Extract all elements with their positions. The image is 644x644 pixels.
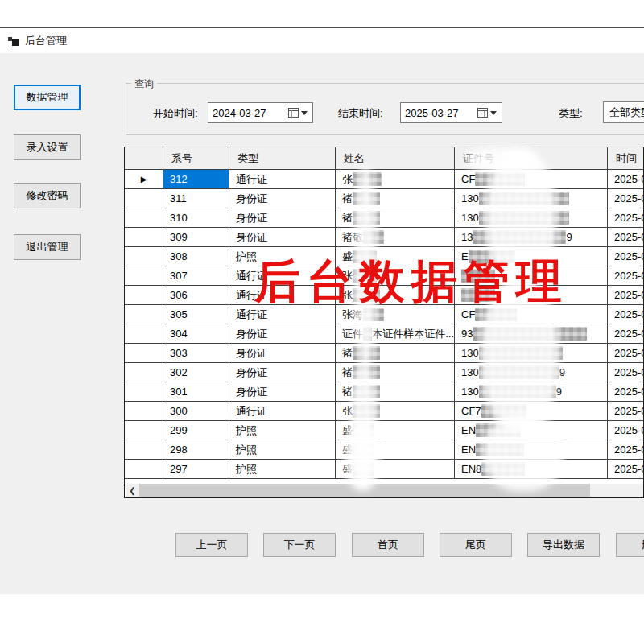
cell-name[interactable]: 褚 <box>336 344 455 362</box>
cell-id[interactable]: 306 <box>163 286 229 304</box>
cell-id[interactable]: 311 <box>163 189 229 208</box>
cell-type[interactable]: 身份证 <box>229 228 336 246</box>
cell-id[interactable]: 304 <box>163 324 229 343</box>
cell-time[interactable]: 2025-0 <box>608 228 643 246</box>
prev-page-button[interactable]: 上一页 <box>175 533 248 557</box>
cell-time[interactable]: 2025-0 <box>608 189 643 208</box>
cell-type[interactable]: 护照 <box>229 460 336 478</box>
cell-time[interactable]: 2025-0 <box>608 208 643 227</box>
dropdown-arrow-icon[interactable] <box>490 111 497 115</box>
row-selector-cell[interactable] <box>125 208 163 227</box>
row-selector-cell[interactable]: ▶ <box>125 170 163 188</box>
cell-id[interactable]: 309 <box>163 228 229 246</box>
row-selector-cell[interactable] <box>125 344 163 362</box>
row-selector-cell[interactable] <box>125 421 163 440</box>
row-selector-cell[interactable] <box>125 305 163 324</box>
cell-id[interactable]: 303 <box>163 344 229 362</box>
cell-time[interactable]: 2025-0 <box>608 363 643 382</box>
cell-id[interactable]: 305 <box>163 305 229 324</box>
table-row[interactable]: 308护照盛E2025-0 <box>125 247 643 266</box>
cell-id[interactable]: 308 <box>163 247 229 266</box>
table-row[interactable]: 298护照盛EN2025-0 <box>125 440 643 460</box>
cell-time[interactable]: 2025-0 <box>608 421 643 440</box>
cell-id[interactable]: 297 <box>163 460 229 478</box>
table-row[interactable]: 309身份证褚敬1392025-0 <box>125 228 643 247</box>
table-row[interactable]: 299护照盛EN2025-0 <box>125 421 643 440</box>
table-row[interactable]: 301身份证褚13092025-0 <box>125 382 643 402</box>
cell-time[interactable]: 2025-0 <box>608 324 643 343</box>
row-selector-cell[interactable] <box>125 189 163 208</box>
row-selector-cell[interactable] <box>125 324 163 343</box>
dropdown-arrow-icon[interactable] <box>301 111 308 115</box>
cell-time[interactable]: 2025-0 <box>608 440 643 459</box>
table-row[interactable]: 310身份证褚1302025-0 <box>125 208 643 228</box>
sidebar-button-change-password[interactable]: 修改密码 <box>14 183 80 208</box>
cell-type[interactable]: 身份证 <box>229 382 336 401</box>
row-selector-cell[interactable] <box>125 266 163 285</box>
cell-name[interactable]: 张海 <box>336 305 455 324</box>
table-row[interactable]: 307通行证张2025-0 <box>125 266 643 286</box>
cell-id[interactable]: 302 <box>163 363 229 382</box>
sidebar-button-entry-settings[interactable]: 录入设置 <box>14 134 80 160</box>
sidebar-button-data-management[interactable]: 数据管理 <box>14 85 80 110</box>
cell-type[interactable]: 通行证 <box>229 286 336 304</box>
cell-type[interactable]: 身份证 <box>229 344 336 362</box>
table-row[interactable]: 300通行证张CF72025-0 <box>125 402 643 421</box>
column-header-type[interactable]: 类型 <box>229 147 336 169</box>
cell-id[interactable]: 299 <box>163 421 229 440</box>
cell-type[interactable]: 身份证 <box>229 324 336 343</box>
cell-type[interactable]: 通行证 <box>229 305 336 324</box>
row-selector-cell[interactable] <box>125 460 163 478</box>
row-selector-cell[interactable] <box>125 363 163 382</box>
row-selector-cell[interactable] <box>125 402 163 420</box>
end-date-picker[interactable]: 2025-03-27 <box>400 102 502 123</box>
cell-type[interactable]: 护照 <box>229 247 336 266</box>
cell-type[interactable]: 通行证 <box>229 266 336 285</box>
cell-time[interactable]: 2025-0 <box>608 305 643 324</box>
column-header-name[interactable]: 姓名 <box>336 147 455 169</box>
horizontal-scrollbar[interactable]: ❮ <box>126 484 644 497</box>
cell-id[interactable]: 312 <box>163 170 229 188</box>
table-row[interactable]: 302身份证褚13092025-0 <box>125 363 643 382</box>
cell-time[interactable]: 2025-0 <box>608 382 643 401</box>
cell-name[interactable]: 张 <box>336 170 455 188</box>
table-row[interactable]: 303身份证褚1302025-0 <box>125 344 643 363</box>
cell-id[interactable]: 300 <box>163 402 229 420</box>
table-row[interactable]: 306通行证张2025-0 <box>125 286 643 305</box>
column-header-id[interactable]: 系号 <box>163 147 229 169</box>
table-row[interactable]: 297护照盛EN82025-0 <box>125 460 643 479</box>
first-page-button[interactable]: 首页 <box>352 533 424 557</box>
row-selector-cell[interactable] <box>125 382 163 401</box>
table-row[interactable]: ▶312通行证张CF2025-0 <box>125 170 643 189</box>
cell-time[interactable]: 2025-0 <box>608 266 643 285</box>
row-selector-cell[interactable] <box>125 247 163 266</box>
cell-type[interactable]: 身份证 <box>229 189 336 208</box>
next-page-button[interactable]: 下一页 <box>263 533 336 557</box>
table-row[interactable]: 305通行证张海CF2025-0 <box>125 305 643 324</box>
row-selector-cell[interactable] <box>125 286 163 304</box>
cell-type[interactable]: 护照 <box>229 421 336 440</box>
last-page-button[interactable]: 尾页 <box>440 533 512 557</box>
cell-time[interactable]: 2025-0 <box>608 460 643 478</box>
row-selector-cell[interactable] <box>125 228 163 246</box>
table-row[interactable]: 311身份证褚1302025-0 <box>125 189 643 208</box>
export-data-button[interactable]: 导出数据 <box>527 533 600 557</box>
scrollbar-left-arrow-icon[interactable]: ❮ <box>126 484 139 497</box>
sidebar-button-exit-management[interactable]: 退出管理 <box>14 234 80 260</box>
cell-time[interactable]: 2025-0 <box>608 402 643 420</box>
cell-name[interactable]: 褚 <box>336 208 455 227</box>
cell-time[interactable]: 2025-0 <box>608 170 643 188</box>
column-header-time[interactable]: 时间 <box>608 147 643 169</box>
cell-id[interactable]: 298 <box>163 440 229 459</box>
delete-button[interactable]: 删除 <box>616 533 644 557</box>
cell-time[interactable]: 2025-0 <box>608 344 643 362</box>
cell-id[interactable]: 310 <box>163 208 229 227</box>
cell-type[interactable]: 身份证 <box>229 208 336 227</box>
cell-type[interactable]: 身份证 <box>229 363 336 382</box>
table-row[interactable]: 304身份证证件本证件样本证件...932025-0 <box>125 324 643 344</box>
start-date-picker[interactable]: 2024-03-27 <box>208 102 313 123</box>
cell-id[interactable]: 307 <box>163 266 229 285</box>
cell-time[interactable]: 2025-0 <box>608 247 643 266</box>
row-selector-cell[interactable] <box>125 440 163 459</box>
cell-type[interactable]: 通行证 <box>229 170 336 188</box>
